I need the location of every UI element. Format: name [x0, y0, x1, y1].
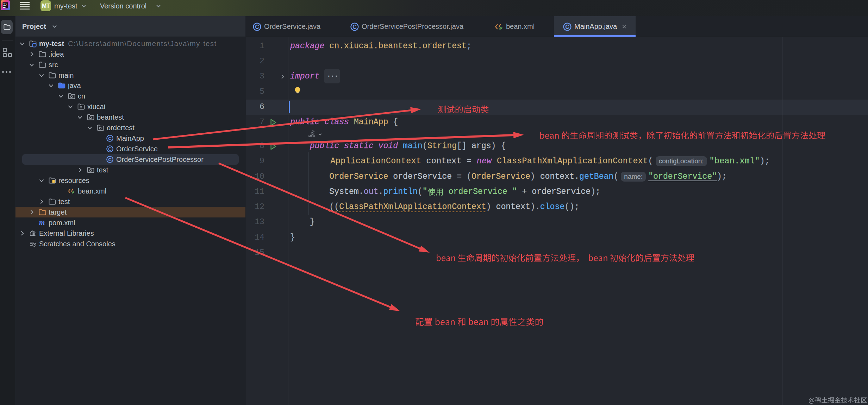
- svg-text:C: C: [108, 136, 112, 141]
- svg-text:C: C: [108, 146, 112, 152]
- svg-text:C: C: [255, 24, 259, 30]
- svg-text:IJ: IJ: [3, 3, 7, 7]
- svg-text:C: C: [352, 24, 357, 30]
- svg-text:C: C: [108, 157, 112, 162]
- svg-text:C: C: [565, 24, 569, 30]
- svg-text:m: m: [39, 219, 45, 227]
